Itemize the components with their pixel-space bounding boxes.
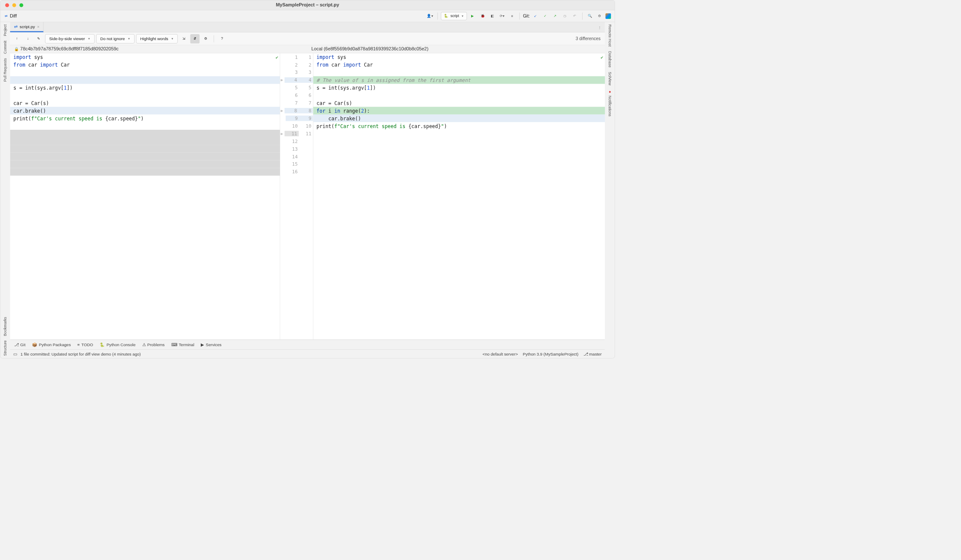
- ignore-mode-label: Do not ignore: [100, 36, 125, 41]
- right-revision-label: Local (6e8f5569b9d0a878a98169399236c10d0…: [311, 46, 428, 51]
- stop-button[interactable]: ■: [508, 12, 516, 20]
- run-button[interactable]: ▶: [469, 12, 477, 20]
- left-tool-rail: Project Commit Pull Requests Bookmarks S…: [0, 22, 10, 358]
- diff-settings-button[interactable]: ⚙: [201, 34, 211, 44]
- left-revision-hash: 78c4b7b97a78759c69c8dff8f7185d809202059c: [20, 46, 118, 52]
- sync-scroll-button[interactable]: ⇵: [190, 34, 200, 44]
- chevron-down-icon: ▼: [128, 37, 130, 40]
- run-config-dropdown[interactable]: 🐍 script ▼: [441, 12, 467, 20]
- terminal-tool-window[interactable]: ⌨ Terminal: [171, 342, 194, 347]
- bookmarks-tool[interactable]: Bookmarks: [3, 315, 7, 338]
- quick-actions-icon[interactable]: ▭: [13, 351, 17, 356]
- python-console-tool-window[interactable]: 🐍 Python Console: [100, 342, 135, 347]
- diff-gutter: 112233»44556677»88991010»11111213141516: [280, 53, 313, 340]
- pull-requests-tool[interactable]: Pull Requests: [3, 56, 7, 84]
- python-icon: 🐍: [444, 14, 448, 18]
- push-button[interactable]: ↗: [551, 12, 559, 20]
- apply-change-button[interactable]: »: [280, 131, 284, 136]
- titlebar: MySampleProject – script.py: [0, 0, 615, 10]
- bottom-tool-windows: ⎇ Git 📦 Python Packages ≡ TODO 🐍 Python …: [10, 340, 605, 350]
- problems-tool-window[interactable]: ⚠ Problems: [142, 342, 165, 347]
- zoom-window-button[interactable]: [19, 3, 23, 7]
- commit-tool[interactable]: Commit: [3, 38, 7, 56]
- diff-toolbar: ↑ ↓ ✎ Side-by-side viewer ▼ Do not ignor…: [10, 32, 605, 45]
- tab-label: script.py: [20, 24, 35, 29]
- lock-icon: [14, 46, 19, 52]
- help-button[interactable]: ?: [217, 34, 227, 44]
- structure-tool[interactable]: Structure: [3, 338, 7, 358]
- edit-diff-button[interactable]: ✎: [34, 34, 44, 44]
- window-title: MySampleProject – script.py: [0, 2, 615, 8]
- diff-icon: ⇄: [5, 14, 8, 18]
- highlight-mode-label: Highlight words: [140, 36, 168, 41]
- viewer-mode-dropdown[interactable]: Side-by-side viewer ▼: [45, 34, 95, 44]
- chevron-down-icon: ▼: [171, 37, 173, 40]
- app-window: MySampleProject – script.py ⇄ Diff 👤▾ 🐍 …: [0, 0, 615, 359]
- apply-change-button[interactable]: »: [280, 108, 284, 113]
- sciview-tool[interactable]: SciView: [608, 70, 612, 88]
- close-tab-button[interactable]: ×: [37, 24, 39, 29]
- settings-button[interactable]: ⚙: [596, 12, 604, 20]
- status-bar: ▭ 1 file committed: Updated script for d…: [10, 350, 605, 358]
- git-tool-window[interactable]: ⎇ Git: [14, 342, 26, 347]
- viewer-mode-label: Side-by-side viewer: [49, 36, 85, 41]
- jetbrains-icon[interactable]: [606, 13, 611, 19]
- diff-label: Diff: [10, 13, 17, 19]
- separator: [519, 12, 520, 20]
- debug-button[interactable]: 🐞: [478, 12, 486, 20]
- right-pane[interactable]: ✔ import sys from car import Car # The v…: [313, 53, 605, 340]
- highlight-mode-dropdown[interactable]: Highlight words ▼: [136, 34, 178, 44]
- separator: [437, 12, 438, 20]
- chevron-down-icon: ▼: [461, 15, 464, 18]
- git-label: Git:: [523, 14, 530, 19]
- minimize-window-button[interactable]: [12, 3, 16, 7]
- ignore-mode-dropdown[interactable]: Do not ignore ▼: [96, 34, 135, 44]
- remote-host-tool[interactable]: Remote Host: [608, 22, 612, 49]
- search-everywhere-button[interactable]: 🔍: [586, 12, 594, 20]
- run-config-label: script: [451, 14, 459, 18]
- history-button[interactable]: ◷: [561, 12, 569, 20]
- inspection-ok-icon: ✔: [601, 55, 603, 60]
- separator: [582, 12, 583, 20]
- git-branch[interactable]: ⎇ master: [583, 351, 602, 356]
- revision-labels: 78c4b7b97a78759c69c8dff8f7185d809202059c…: [10, 45, 605, 53]
- database-tool[interactable]: Database: [608, 49, 612, 70]
- apply-change-button[interactable]: »: [280, 77, 284, 82]
- prev-diff-button[interactable]: ↑: [12, 34, 22, 44]
- main-toolbar: ⇄ Diff 👤▾ 🐍 script ▼ ▶ 🐞 ◧ ⟳▾ ■ Git: ↙ ✓…: [0, 10, 615, 22]
- update-project-button[interactable]: ↙: [531, 12, 539, 20]
- python-packages-tool-window[interactable]: 📦 Python Packages: [32, 342, 71, 347]
- tabs-more-button[interactable]: ⋮: [595, 22, 605, 32]
- todo-tool-window[interactable]: ≡ TODO: [77, 342, 93, 347]
- separator: [214, 35, 214, 42]
- coverage-button[interactable]: ◧: [488, 12, 496, 20]
- left-pane[interactable]: ✔ import sys from car import Car s = int…: [10, 53, 280, 340]
- tab-script-py[interactable]: ⇄ script.py ×: [10, 22, 44, 32]
- profile-button[interactable]: ⟳▾: [498, 12, 506, 20]
- python-interpreter[interactable]: Python 3.9 (MySampleProject): [523, 352, 578, 356]
- diff-count-label: 3 differences: [576, 36, 603, 41]
- editor-tabs: ⇄ script.py × ⋮: [10, 22, 605, 32]
- chevron-down-icon: ▼: [88, 37, 90, 40]
- diff-tab-icon: ⇄: [14, 24, 18, 29]
- right-tool-rail: Remote Host Database SciView ●Notificati…: [605, 22, 615, 358]
- deployment-server[interactable]: <no default server>: [483, 352, 518, 356]
- next-diff-button[interactable]: ↓: [23, 34, 32, 44]
- commit-status: 1 file committed: Updated script for dif…: [21, 352, 141, 356]
- inspection-ok-icon: ✔: [275, 55, 278, 60]
- close-window-button[interactable]: [5, 3, 9, 7]
- collapse-unchanged-button[interactable]: ⇲: [179, 34, 189, 44]
- services-tool-window[interactable]: ▶ Services: [201, 342, 221, 347]
- rollback-button[interactable]: ↶: [571, 12, 579, 20]
- project-tool[interactable]: Project: [3, 22, 7, 38]
- notifications-tool[interactable]: ●Notifications: [608, 88, 612, 119]
- commit-button[interactable]: ✓: [541, 12, 549, 20]
- diff-panes: ✔ import sys from car import Car s = int…: [10, 53, 605, 340]
- add-user-button[interactable]: 👤▾: [426, 12, 434, 20]
